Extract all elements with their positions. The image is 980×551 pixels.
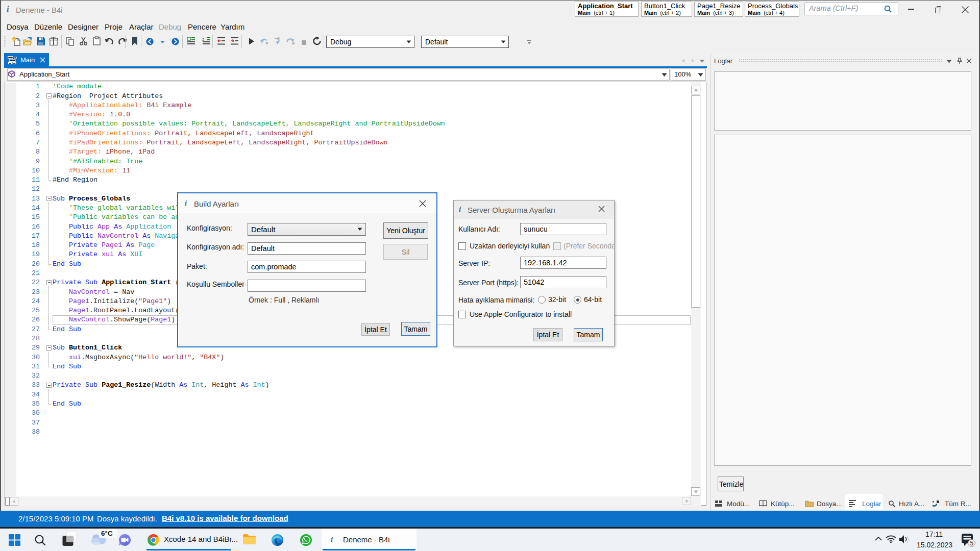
svg-text:2: 2 <box>202 37 205 42</box>
svg-text:5: 5 <box>970 540 974 547</box>
